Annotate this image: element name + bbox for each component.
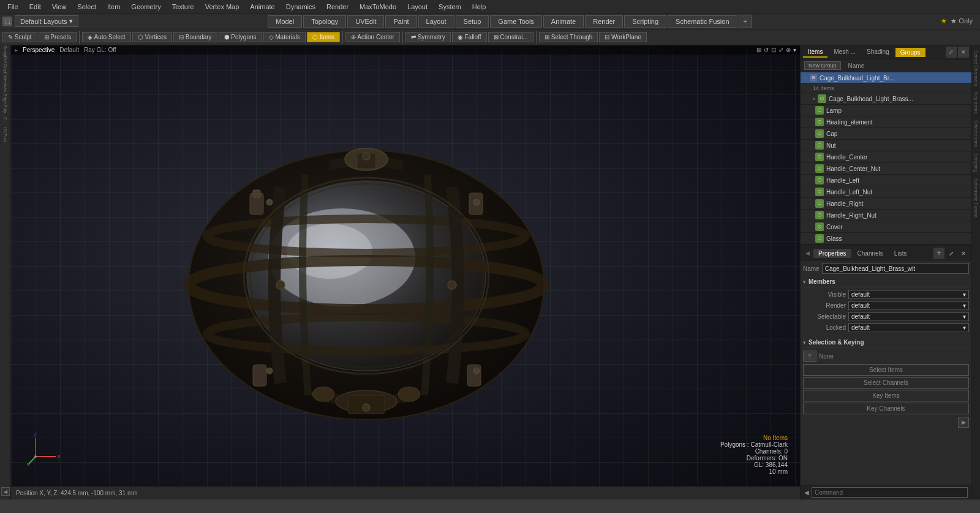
tab-layout[interactable]: Layout (418, 15, 454, 28)
members-section-header[interactable]: ▾ Members (803, 276, 969, 287)
falloff-button[interactable]: ◉ Falloff (452, 32, 487, 42)
select-through-button[interactable]: ⊞ Select Through (539, 32, 598, 42)
bottom-expand-button[interactable]: ▶ (958, 417, 969, 428)
selection-keying-header[interactable]: ▾ Selection & Keying (803, 337, 969, 348)
list-item[interactable]: ⬡ Lamp (801, 105, 971, 116)
add-layout-tab-button[interactable]: + (739, 15, 752, 28)
side-strip-select-items[interactable]: Select Items (973, 118, 979, 150)
left-toolbar-collapse[interactable]: ◀ (1, 487, 10, 496)
list-item[interactable]: ⬡ Nut (801, 140, 971, 151)
menu-dynamics[interactable]: Dynamics (281, 2, 320, 12)
select-items-button[interactable]: Select Items (803, 364, 969, 376)
command-input[interactable] (812, 487, 968, 498)
list-item[interactable]: ⬡ Glass (801, 233, 971, 244)
list-item[interactable]: ⬡ Handle_Left_Nut (801, 186, 971, 198)
viewport-icon-expand[interactable]: ⤢ (778, 47, 783, 53)
visible-dropdown[interactable]: default ▾ (848, 290, 969, 299)
workplane-button[interactable]: ⊟ WorkPlane (599, 32, 647, 42)
add-prop-tab-button[interactable]: + (933, 248, 944, 259)
render-dropdown[interactable]: default ▾ (848, 301, 969, 310)
close-prop-panel-button[interactable]: ✕ (958, 248, 969, 259)
viewport-icon-refresh[interactable]: ↺ (764, 47, 769, 53)
left-tool-mesh[interactable]: Mesh (1, 77, 10, 85)
menu-vertex-map[interactable]: Vertex Map (200, 2, 244, 12)
tab-animate[interactable]: Animate (543, 15, 584, 28)
menu-animate[interactable]: Animate (245, 2, 279, 12)
menu-edit[interactable]: Edit (24, 2, 46, 12)
polygons-button[interactable]: ⬢ Polygons (219, 32, 262, 42)
sculpt-button[interactable]: ✎ Sculpt (2, 32, 37, 42)
left-tool-poly[interactable]: Poly... (1, 106, 10, 115)
tab-topology[interactable]: Topology (303, 15, 346, 28)
viewport-icon-camera[interactable]: ⊡ (771, 47, 776, 53)
side-strip-scripting[interactable]: Scripting (973, 151, 979, 175)
materials-button[interactable]: ◇ Materials (263, 32, 306, 42)
viewport-projection[interactable]: Perspective (23, 47, 55, 53)
action-center-button[interactable]: ⊕ Action Center (345, 32, 400, 42)
viewport-icon-settings[interactable]: ⊛ (786, 47, 791, 53)
prop-tab-lists[interactable]: Lists (889, 249, 912, 258)
prop-tab-channels[interactable]: Channels (853, 249, 888, 258)
new-group-button[interactable]: New Group (804, 61, 841, 70)
constraints-button[interactable]: ⊠ Constrai... (488, 32, 533, 42)
tab-game-tools[interactable]: Game Tools (490, 15, 542, 28)
list-item[interactable]: ⬡ Cover (801, 221, 971, 233)
list-item[interactable]: ⬡ Handle_Center (801, 151, 971, 163)
left-tool-dupli[interactable]: Dupli... (1, 67, 10, 75)
symmetry-button[interactable]: ⇌ Symmetry (405, 32, 451, 42)
viewport-toggle-icon[interactable]: ▸ (15, 47, 18, 53)
left-tool-fusi[interactable]: Fusi... (1, 135, 10, 144)
left-tool-uv[interactable]: UV (1, 126, 10, 134)
side-strip-schematic[interactable]: Schematic Fusion (973, 176, 979, 220)
list-item[interactable]: ⬡ Handle_Left (801, 175, 971, 186)
menu-help[interactable]: Help (467, 2, 491, 12)
panel-close-btn[interactable]: ✕ (958, 47, 969, 58)
list-item[interactable]: ⬡ Cap (801, 128, 971, 140)
list-item[interactable]: ⬡ Handle_Right (801, 198, 971, 210)
viewport[interactable]: ▸ Perspective Default Ray GL: Off ⊞ ↺ ⊡ … (11, 45, 800, 500)
boundary-button[interactable]: ⊟ Boundary (173, 32, 217, 42)
viewport-render-mode[interactable]: Ray GL: Off (84, 47, 116, 53)
panel-tab-items[interactable]: Items (803, 47, 827, 58)
menu-maxtomodo[interactable]: MaxToModo (355, 2, 401, 12)
left-tool-edge[interactable]: Edge... (1, 96, 10, 105)
menu-view[interactable]: View (47, 2, 72, 12)
list-item[interactable]: ⬡ Handle_Right_Nut (801, 210, 971, 221)
side-strip-select-channels[interactable]: Select Channels (973, 48, 979, 88)
menu-item[interactable]: Item (102, 2, 125, 12)
tab-setup[interactable]: Setup (456, 15, 489, 28)
menu-system[interactable]: System (434, 2, 466, 12)
presets-button[interactable]: ⊞ Presets (39, 32, 77, 42)
tab-uvedit[interactable]: UVEdit (347, 15, 384, 28)
panel-tab-groups[interactable]: Groups (895, 48, 925, 57)
menu-geometry[interactable]: Geometry (126, 2, 165, 12)
viewport-icon-grid[interactable]: ⊞ (756, 47, 761, 53)
tab-scripting[interactable]: Scripting (624, 15, 666, 28)
left-tool-c[interactable]: C... (1, 116, 10, 124)
locked-dropdown[interactable]: default ▾ (848, 323, 969, 332)
key-items-button[interactable]: Key Items (803, 390, 969, 401)
list-item[interactable]: ▾ ⬡ Cage_Bulkhead_Light_Brass... (801, 93, 971, 105)
auto-select-button[interactable]: ◈ Auto Select (82, 32, 130, 42)
vertices-button[interactable]: ⬡ Vertices (132, 32, 172, 42)
list-item[interactable]: ⬡ Heating_element (801, 116, 971, 128)
tab-schematic-fusion[interactable]: Schematic Fusion (668, 15, 737, 28)
select-channels-button[interactable]: Select Channels (803, 377, 969, 389)
left-tool-scpt[interactable]: Sculpt (1, 47, 10, 56)
items-button[interactable]: ⬡ Items (307, 32, 340, 42)
name-input[interactable] (822, 263, 969, 274)
list-item[interactable]: ⬡ Handle_Center_Nut (801, 163, 971, 175)
menu-render[interactable]: Render (322, 2, 353, 12)
side-strip-key-items[interactable]: Key Items (973, 89, 979, 116)
menu-select[interactable]: Select (72, 2, 101, 12)
menu-layout[interactable]: Layout (402, 2, 432, 12)
tab-render[interactable]: Render (585, 15, 623, 28)
menu-texture[interactable]: Texture (167, 2, 199, 12)
panel-expand-btn[interactable]: ⤢ (946, 47, 957, 58)
tab-paint[interactable]: Paint (385, 15, 417, 28)
selectable-dropdown[interactable]: default ▾ (848, 312, 969, 321)
panel-tab-shading[interactable]: Shading (862, 47, 894, 58)
prop-tab-properties[interactable]: Properties (813, 249, 851, 258)
viewport-canvas[interactable]: Z X Y No Items Polygons : Catmull-Clark … (11, 45, 800, 500)
tab-model[interactable]: Model (268, 15, 302, 28)
